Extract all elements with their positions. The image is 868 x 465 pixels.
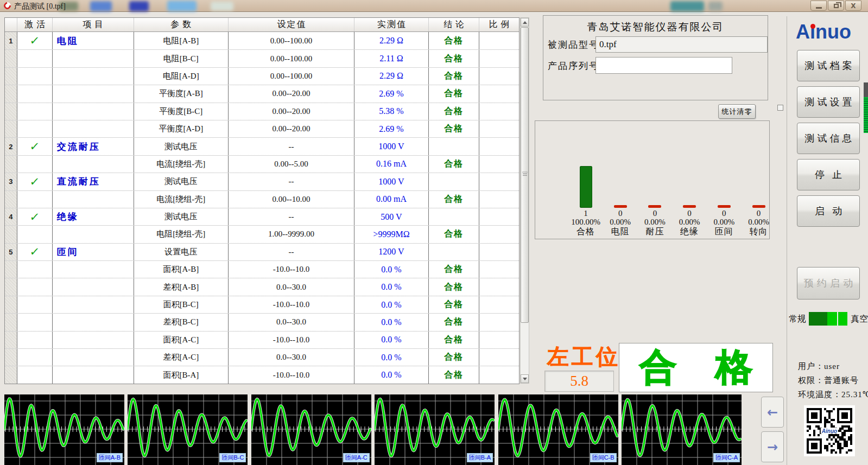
activate-cell[interactable] [17, 50, 52, 67]
stats-clear-button[interactable]: 统计清零 [718, 104, 756, 119]
desktop-icon-blur [167, 1, 197, 11]
activate-cell[interactable]: ✓ [17, 32, 52, 49]
activate-cell[interactable]: ✓ [17, 244, 52, 260]
stat-bar-zone [637, 121, 673, 208]
scroll-up-button[interactable] [521, 18, 529, 27]
sidebar-button-4[interactable]: 停止 [797, 159, 860, 190]
app-window: 产品测试 [0.tpf] X 激活项目参数设定值实测值结论比例 1✓电阻电阻[A… [0, 0, 868, 465]
model-input[interactable] [595, 36, 768, 53]
activate-cell[interactable] [17, 226, 52, 243]
activate-cell[interactable] [17, 103, 52, 120]
prev-page-button[interactable]: ← [761, 397, 784, 428]
set-value-cell: 0.0--30.0 [228, 278, 354, 295]
table-row[interactable]: 1✓电阻电阻[A-B]0.00--100.002.29 Ω合格 [5, 32, 519, 49]
param-cell: 差积[A-B] [134, 278, 229, 295]
sidebar-button-2[interactable]: 测试设置 [797, 86, 860, 118]
table-row[interactable]: 平衡度[B-C]0.00--20.005.38 %合格 [5, 103, 519, 120]
restore-icon [834, 4, 839, 8]
table-row[interactable]: 电流[绕组-壳]0.00--5.000.16 mA合格 [5, 155, 519, 173]
scroll-down-button[interactable] [521, 374, 529, 383]
table-row[interactable]: 5✓匝间设置电压--1200 V [5, 243, 519, 260]
activate-cell[interactable] [17, 314, 52, 330]
table-row[interactable]: 电流[绕组-壳]0.00--10.000.00 mA合格 [5, 190, 519, 208]
sidebar-button-5[interactable]: 启动 [797, 195, 860, 227]
activate-cell[interactable] [17, 296, 52, 313]
stat-category: 匝间 [715, 227, 733, 237]
table-row[interactable]: 平衡度[A-D]0.00--20.002.69 %合格 [5, 120, 519, 137]
activate-cell[interactable] [17, 68, 52, 85]
activate-cell[interactable] [17, 120, 52, 137]
activate-cell[interactable]: ✓ [17, 208, 52, 225]
table-row[interactable]: 4✓绝缘测试电压--500 V [5, 208, 519, 225]
measured-value-cell: 0.0 % [354, 296, 429, 313]
table-row[interactable]: 2✓交流耐压测试电压--1000 V [5, 137, 519, 155]
set-value-cell: 0.0--30.0 [228, 314, 354, 330]
activate-cell[interactable] [17, 191, 52, 208]
table-row[interactable]: 差积[A-C]0.0--30.00.0 %合格 [5, 348, 519, 366]
row-header-cell [5, 85, 17, 102]
item-cell: 直流耐压 [52, 173, 134, 190]
table-row[interactable]: 差积[B-C]0.0--30.00.0 %合格 [5, 313, 519, 330]
row-header-cell [5, 314, 17, 330]
activate-cell[interactable] [17, 332, 52, 348]
table-row[interactable]: 面积[B-C]-10.0--10.00.0 %合格 [5, 296, 519, 313]
restore-button[interactable] [828, 1, 844, 11]
next-page-button[interactable]: → [761, 431, 784, 462]
measured-value-cell: 0.0 % [354, 349, 429, 366]
stat-category: 绝缘 [680, 227, 699, 237]
ratio-cell [479, 332, 519, 348]
table-row[interactable]: 差积[A-B]0.0--30.00.0 %合格 [5, 278, 519, 295]
activate-cell[interactable] [17, 366, 52, 383]
table-row[interactable]: 3✓直流耐压测试电压--1000 V [5, 173, 519, 190]
waveform-panel: 匝间A-C [251, 394, 371, 465]
measured-value-cell: 2.69 % [354, 85, 429, 102]
row-header-cell [5, 68, 17, 85]
item-cell: 匝间 [52, 244, 134, 260]
row-number: 5 [9, 248, 12, 256]
row-header-cell [5, 261, 17, 278]
minimize-button[interactable] [810, 1, 827, 11]
checkmark-icon: ✓ [29, 34, 40, 47]
column-header: 比例 [479, 18, 519, 31]
item-cell [52, 156, 134, 173]
stat-bar-zone [706, 121, 742, 208]
param-cell: 面积[A-B] [134, 261, 229, 278]
ratio-cell [479, 208, 519, 225]
desktop-icon-blur [211, 2, 233, 11]
activate-cell[interactable]: ✓ [17, 138, 52, 155]
item-cell [52, 226, 134, 243]
activate-cell[interactable] [17, 278, 52, 295]
ratio-cell [479, 261, 519, 278]
item-cell [52, 103, 134, 120]
waveform-label: 匝间C-B [590, 453, 617, 462]
sidebar-button-3[interactable]: 测试信息 [797, 123, 860, 154]
reserve-start-button[interactable]: 预约启动 [797, 267, 860, 300]
measured-value-cell: 0.16 mA [354, 156, 429, 173]
waveform-label: 匝间B-A [467, 453, 493, 462]
checkmark-icon: ✓ [29, 140, 40, 153]
close-button[interactable]: X [845, 1, 861, 11]
sidebar-button-1[interactable]: 测试档案 [797, 50, 860, 81]
serial-label: 产品序列号 [548, 60, 599, 72]
activate-cell[interactable] [17, 349, 52, 366]
mode-toggle[interactable] [809, 312, 848, 326]
scrollbar-thumb[interactable] [521, 27, 529, 323]
table-row[interactable]: 面积[A-B]-10.0--10.00.0 %合格 [5, 260, 519, 278]
table-scrollbar[interactable] [520, 17, 529, 384]
table-row[interactable]: 电阻[绕组-壳]1.00--9999.00>9999MΩ合格 [5, 225, 519, 243]
table-row[interactable]: 电阻[A-D]0.00--100.002.29 Ω合格 [5, 67, 519, 85]
row-header-cell [5, 366, 17, 383]
activate-cell[interactable] [17, 261, 52, 278]
table-row[interactable]: 面积[B-A]-10.0--10.00.0 %合格 [5, 366, 519, 383]
activate-cell[interactable] [17, 156, 52, 173]
activate-cell[interactable]: ✓ [17, 173, 52, 190]
table-row[interactable]: 面积[A-C]-10.0--10.00.0 %合格 [5, 331, 519, 348]
table-row[interactable]: 平衡度[A-B]0.00--20.002.69 %合格 [5, 85, 519, 102]
serial-input[interactable] [595, 57, 732, 74]
stat-bar-zone [671, 121, 707, 208]
stat-category: 合格 [576, 227, 595, 237]
table-row[interactable]: 电阻[B-C]0.00--100.002.11 Ω合格 [5, 49, 519, 67]
activate-cell[interactable] [17, 85, 52, 102]
stats-checkbox[interactable] [777, 105, 783, 111]
result-cell: 合格 [428, 85, 479, 102]
